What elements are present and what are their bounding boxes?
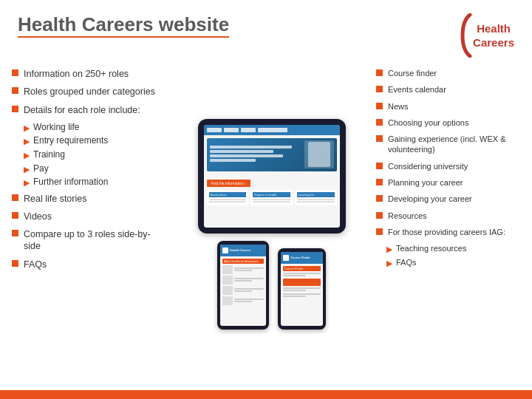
list-item: ▶ FAQs — [386, 257, 520, 268]
bullet-icon — [376, 228, 383, 235]
arrow-icon: ▶ — [24, 177, 30, 188]
bullet-icon — [12, 87, 18, 94]
list-item: ▶ Working life — [24, 122, 167, 134]
slide: Health Careers website Health Careers In… — [0, 0, 532, 399]
list-item: ▶ Teaching resources — [386, 243, 520, 254]
phones-row: Health Careers Allied health professiona… — [217, 241, 326, 330]
arrow-icon: ▶ — [24, 150, 30, 160]
list-item: Real life stories — [12, 193, 167, 205]
list-item: Course finder — [376, 68, 520, 78]
bullet-icon — [12, 106, 18, 112]
list-item: Details for each role include: — [12, 104, 167, 116]
phone-mockup: Health Careers Allied health professiona… — [217, 241, 269, 330]
bullet-icon — [376, 163, 383, 169]
devices-illustration: Find the information › Need advice Explo… — [173, 65, 370, 383]
bullet-icon — [376, 212, 383, 219]
arrow-icon: ▶ — [24, 164, 30, 174]
list-item: Roles grouped under categories — [12, 86, 167, 98]
bullet-icon — [376, 69, 383, 76]
right-sub-bullets: ▶ Teaching resources ▶ FAQs — [386, 243, 520, 268]
bullet-icon — [376, 103, 383, 109]
list-item: ▶ Pay — [24, 163, 167, 175]
bullet-icon — [12, 194, 18, 201]
list-item: For those providing careers IAG: — [376, 227, 520, 237]
bullet-icon — [376, 195, 383, 202]
list-item: Gaining experience (incl. WEX & voluntee… — [376, 134, 520, 155]
list-item: Information on 250+ roles — [12, 68, 167, 80]
bullet-icon — [376, 119, 383, 126]
list-item: Compare up to 3 roles side-by-side — [12, 228, 167, 253]
left-column: Information on 250+ roles Roles grouped … — [12, 65, 167, 383]
list-item: News — [376, 101, 520, 112]
bullet-icon — [12, 260, 18, 267]
list-item: ▶ Training — [24, 149, 167, 161]
bullet-icon — [376, 179, 383, 185]
bullet-icon — [376, 135, 383, 142]
page-title: Health Careers website — [18, 13, 229, 44]
arrow-icon: ▶ — [386, 258, 392, 268]
list-item: FAQs — [12, 259, 167, 270]
list-item: Planning your career — [376, 177, 520, 188]
bullet-icon — [12, 69, 18, 76]
tablet-mockup: Find the information › Need advice Explo… — [198, 119, 346, 233]
list-item: Videos — [12, 211, 167, 222]
bullet-icon — [12, 212, 18, 219]
list-item: ▶ Further information — [24, 177, 167, 188]
bullet-icon — [376, 86, 383, 92]
phone-mockup-2: Course Finder Course Finder — [278, 248, 326, 330]
logo: Health Careers — [460, 13, 514, 58]
list-item: Resources — [376, 211, 520, 221]
list-item: ▶ Entry requirements — [24, 135, 167, 147]
arrow-icon: ▶ — [24, 136, 30, 146]
list-item: Events calendar — [376, 84, 520, 95]
logo-text: Health Careers — [473, 21, 514, 50]
bullet-icon — [12, 230, 18, 236]
list-item: Considering university — [376, 161, 520, 171]
arrow-icon: ▶ — [386, 244, 392, 254]
list-item: Developing your career — [376, 194, 520, 204]
bottom-bar — [0, 390, 532, 399]
main-content: Information on 250+ roles Roles grouped … — [0, 65, 532, 383]
tablet-screen: Find the information › Need advice Explo… — [204, 125, 340, 228]
header: Health Careers website Health Careers — [0, 0, 532, 65]
arrow-icon: ▶ — [24, 123, 30, 133]
sub-bullet-list: ▶ Working life ▶ Entry requirements ▶ Tr… — [24, 122, 167, 188]
right-column: Course finder Events calendar News Choos… — [376, 65, 520, 383]
list-item: Choosing your options — [376, 117, 520, 128]
